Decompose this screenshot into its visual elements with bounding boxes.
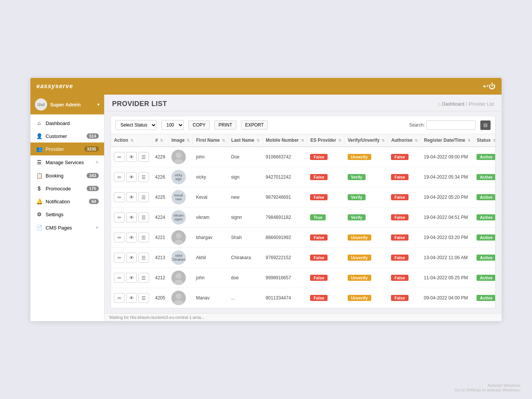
- verify-badge[interactable]: Unverify: [348, 275, 371, 281]
- edit-button[interactable]: ✏: [114, 192, 125, 202]
- verify-badge[interactable]: Unverify: [348, 295, 371, 301]
- row-lastname: new: [228, 187, 263, 207]
- sidebar-item-manage-services[interactable]: ☰ Manage Services +: [30, 155, 104, 169]
- view-button[interactable]: 👁: [126, 253, 137, 263]
- promo-icon: $: [36, 185, 43, 192]
- menu-button[interactable]: ☰: [138, 273, 149, 283]
- view-button[interactable]: 👁: [126, 192, 137, 202]
- sidebar-item-booking[interactable]: 📋 Booking 343: [30, 169, 104, 182]
- col-regdt: Register Date/Time ⇅: [421, 134, 473, 147]
- print-button[interactable]: PRINT: [214, 120, 236, 130]
- row-firstname: john: [193, 268, 228, 288]
- avatar: Keval new: [171, 190, 186, 204]
- menu-button[interactable]: ☰: [138, 192, 149, 202]
- row-firstname: Akhil: [193, 248, 228, 268]
- sidebar-item-label: Customer: [46, 133, 84, 139]
- breadcrumb-sep: /: [466, 101, 467, 107]
- win-activate-line2: Go to Settings to activate Windows.: [454, 388, 521, 392]
- authorise-badge: False: [391, 154, 408, 160]
- avatar: [171, 150, 186, 164]
- copy-button[interactable]: COPY: [188, 120, 210, 130]
- power-icon[interactable]: ⏻: [489, 82, 496, 90]
- menu-button[interactable]: ☰: [138, 253, 149, 263]
- row-authorise: False: [388, 288, 421, 308]
- breadcrumb: ⌂ Dashboard / Provider List: [438, 101, 494, 107]
- row-id: 4221: [152, 228, 168, 248]
- breadcrumb-dashboard[interactable]: Dashboard: [442, 101, 464, 107]
- row-status: Active: [473, 207, 495, 228]
- row-lastname: Shah: [228, 228, 263, 248]
- row-mobile: 9769222152: [263, 248, 307, 268]
- main-content: PROVIDER LIST ⌂ Dashboard / Provider Lis…: [104, 95, 502, 321]
- view-button[interactable]: 👁: [126, 212, 137, 222]
- sidebar-item-settings[interactable]: ⚙ Settings: [30, 208, 104, 221]
- verify-badge[interactable]: Verify: [348, 194, 366, 200]
- status-badge: Active: [477, 174, 495, 180]
- sidebar-item-customer[interactable]: 👤 Customer 514: [30, 130, 104, 142]
- sidebar-item-cms-pages[interactable]: 📄 CMS Pages +: [30, 221, 104, 234]
- action-buttons: ✏ 👁 ☰: [114, 192, 149, 202]
- avatar: Akhil Chirakara: [171, 250, 186, 265]
- view-button[interactable]: 👁: [126, 152, 137, 162]
- nav-arrow-icon[interactable]: ↩: [483, 82, 489, 90]
- status-filter-select[interactable]: Select Status: [116, 120, 157, 130]
- row-esprovider: False: [307, 167, 344, 187]
- row-firstname: Keval: [193, 187, 228, 207]
- es-provider-badge: False: [310, 234, 328, 241]
- row-authorise: False: [388, 248, 421, 268]
- status-badge: Active: [477, 234, 495, 241]
- search-input[interactable]: [426, 120, 476, 130]
- verify-badge[interactable]: Verify: [348, 214, 366, 220]
- per-page-select[interactable]: 100: [162, 120, 184, 130]
- svg-point-7: [174, 300, 183, 305]
- edit-button[interactable]: ✏: [114, 293, 125, 303]
- table-row: ✏ 👁 ☰ 4205 Manav...9011334474FalseUnveri…: [111, 288, 495, 308]
- row-verify: Unverify: [345, 228, 388, 248]
- edit-button[interactable]: ✏: [114, 152, 125, 162]
- authorise-badge: False: [391, 255, 408, 261]
- menu-button[interactable]: ☰: [138, 152, 149, 162]
- sidebar-item-notification[interactable]: 🔔 Notification 64: [30, 195, 104, 208]
- view-button[interactable]: 👁: [126, 273, 137, 283]
- edit-button[interactable]: ✏: [114, 253, 125, 263]
- view-button[interactable]: 👁: [126, 172, 137, 182]
- sidebar-item-provider[interactable]: 👥 Provider 3235: [30, 142, 104, 155]
- verify-badge[interactable]: Verify: [348, 174, 366, 180]
- view-button[interactable]: 👁: [126, 293, 137, 303]
- row-register-dt: 11-04-2022 05:25 PM: [421, 268, 473, 288]
- svg-point-4: [176, 273, 181, 279]
- sidebar-item-label: Manage Services: [46, 160, 92, 165]
- sidebar-item-promocode[interactable]: $ Promocode 175: [30, 182, 104, 195]
- edit-button[interactable]: ✏: [114, 172, 125, 182]
- win-activate-notice: Activate Windows Go to Settings to activ…: [454, 383, 521, 392]
- menu-button[interactable]: ☰: [138, 212, 149, 222]
- col-status: Status ⇅: [473, 134, 495, 147]
- menu-button[interactable]: ☰: [138, 233, 149, 242]
- row-esprovider: True: [307, 207, 344, 228]
- table-row: ✏ 👁 ☰ 4225Keval newKevalnew9879246691Fal…: [111, 187, 495, 207]
- menu-button[interactable]: ☰: [138, 293, 149, 303]
- row-verify: Unverify: [345, 268, 388, 288]
- edit-button[interactable]: ✏: [114, 233, 125, 242]
- sidebar-user[interactable]: Usd Super Admin ▾: [30, 95, 104, 114]
- edit-button[interactable]: ✏: [114, 273, 125, 283]
- top-navbar: eassyserve ↩ ⏻: [30, 78, 502, 95]
- verify-badge[interactable]: Unverify: [348, 234, 371, 241]
- verify-badge[interactable]: Unverify: [348, 255, 371, 261]
- row-authorise: False: [388, 167, 421, 187]
- row-id: 4212: [152, 268, 168, 288]
- breadcrumb-current: Provider List: [469, 101, 494, 107]
- sidebar-item-dashboard[interactable]: ⌂ Dashboard: [30, 117, 104, 130]
- view-button[interactable]: 👁: [126, 233, 137, 242]
- svg-point-3: [174, 240, 183, 245]
- export-button[interactable]: EXPORT: [241, 120, 268, 130]
- status-badge: Active: [477, 194, 495, 200]
- verify-badge[interactable]: Unverify: [348, 154, 371, 160]
- row-register-dt: 19-04-2022 03:20 PM: [421, 228, 473, 248]
- status-bar: Waiting for hlis-bhavin-buckets3.eu-cent…: [104, 313, 502, 321]
- print-icon-button[interactable]: ⊟: [480, 120, 491, 130]
- sidebar-item-label: Notification: [46, 199, 86, 204]
- action-buttons: ✏ 👁 ☰: [114, 233, 149, 242]
- menu-button[interactable]: ☰: [138, 172, 149, 182]
- edit-button[interactable]: ✏: [114, 212, 125, 222]
